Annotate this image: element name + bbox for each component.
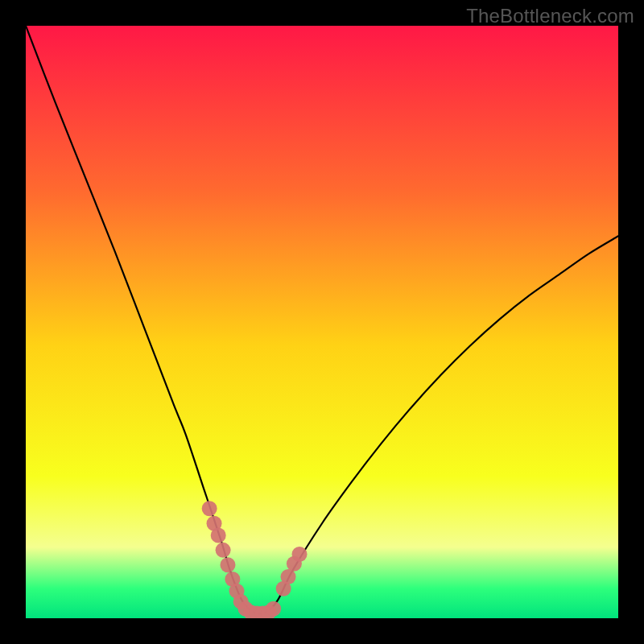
watermark-text: TheBottleneck.com [466, 5, 634, 27]
marker-dot [266, 601, 281, 617]
marker-dot [211, 527, 226, 543]
chart-svg [26, 26, 618, 618]
marker-dot [281, 569, 296, 584]
marker-dot [216, 543, 231, 558]
gradient-bg [26, 26, 618, 618]
plot-area [26, 26, 618, 618]
marker-dot [202, 501, 217, 516]
chart-frame: TheBottleneck.com [0, 0, 644, 644]
marker-dot [292, 547, 308, 562]
marker-dot [220, 557, 235, 572]
